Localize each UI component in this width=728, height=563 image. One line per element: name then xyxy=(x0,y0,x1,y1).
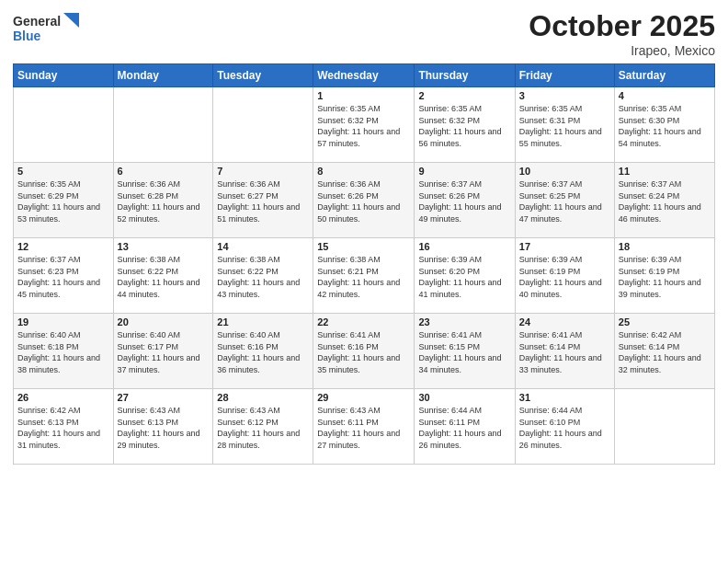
day-cell-5: 3Sunrise: 6:35 AMSunset: 6:31 PMDaylight… xyxy=(515,87,614,163)
sunrise-text: Sunrise: 6:41 AM xyxy=(519,329,610,341)
sunrise-text: Sunrise: 6:35 AM xyxy=(619,103,711,115)
day-info: Sunrise: 6:37 AMSunset: 6:24 PMDaylight:… xyxy=(619,178,711,224)
logo-area: General Blue xyxy=(13,9,86,53)
day-number: 9 xyxy=(418,166,510,177)
sunset-text: Sunset: 6:25 PM xyxy=(519,190,610,202)
sunset-text: Sunset: 6:11 PM xyxy=(317,417,410,429)
week-row-1: 1Sunrise: 6:35 AMSunset: 6:32 PMDaylight… xyxy=(14,87,715,163)
day-number: 7 xyxy=(217,166,309,177)
day-number: 27 xyxy=(118,392,210,403)
logo: General Blue xyxy=(13,9,86,53)
day-info: Sunrise: 6:37 AMSunset: 6:25 PMDaylight:… xyxy=(519,178,610,224)
daylight-text: Daylight: 11 hours and 46 minutes. xyxy=(619,201,711,224)
sunrise-text: Sunrise: 6:38 AM xyxy=(317,254,410,266)
day-cell-15: 13Sunrise: 6:38 AMSunset: 6:22 PMDayligh… xyxy=(113,238,213,314)
day-cell-11: 9Sunrise: 6:37 AMSunset: 6:26 PMDaylight… xyxy=(415,163,515,238)
day-cell-34 xyxy=(614,389,714,465)
day-info: Sunrise: 6:44 AMSunset: 6:11 PMDaylight:… xyxy=(418,405,510,451)
daylight-text: Daylight: 11 hours and 50 minutes. xyxy=(317,201,410,224)
day-number: 2 xyxy=(418,90,510,101)
daylight-text: Daylight: 11 hours and 38 minutes. xyxy=(17,352,109,375)
day-cell-30: 28Sunrise: 6:43 AMSunset: 6:12 PMDayligh… xyxy=(213,389,313,465)
sunrise-text: Sunrise: 6:39 AM xyxy=(418,254,510,266)
sunset-text: Sunset: 6:13 PM xyxy=(17,417,109,429)
day-number: 10 xyxy=(519,166,610,177)
day-info: Sunrise: 6:35 AMSunset: 6:30 PMDaylight:… xyxy=(619,103,711,149)
daylight-text: Daylight: 11 hours and 49 minutes. xyxy=(418,201,510,224)
sunrise-text: Sunrise: 6:35 AM xyxy=(317,103,410,115)
sunrise-text: Sunrise: 6:40 AM xyxy=(118,329,210,341)
sunrise-text: Sunrise: 6:40 AM xyxy=(17,329,109,341)
daylight-text: Daylight: 11 hours and 33 minutes. xyxy=(519,352,610,375)
sunrise-text: Sunrise: 6:43 AM xyxy=(217,405,309,417)
sunset-text: Sunset: 6:15 PM xyxy=(418,341,510,353)
day-info: Sunrise: 6:38 AMSunset: 6:21 PMDaylight:… xyxy=(317,254,410,300)
day-cell-28: 26Sunrise: 6:42 AMSunset: 6:13 PMDayligh… xyxy=(14,389,114,465)
day-cell-13: 11Sunrise: 6:37 AMSunset: 6:24 PMDayligh… xyxy=(614,163,714,238)
daylight-text: Daylight: 11 hours and 36 minutes. xyxy=(217,352,309,375)
day-cell-20: 18Sunrise: 6:39 AMSunset: 6:19 PMDayligh… xyxy=(614,238,714,314)
sunrise-text: Sunrise: 6:38 AM xyxy=(118,254,210,266)
sunrise-text: Sunrise: 6:41 AM xyxy=(317,329,410,341)
sunrise-text: Sunrise: 6:39 AM xyxy=(619,254,711,266)
sunset-text: Sunset: 6:21 PM xyxy=(317,266,410,278)
sunrise-text: Sunrise: 6:43 AM xyxy=(317,405,410,417)
day-cell-23: 21Sunrise: 6:40 AMSunset: 6:16 PMDayligh… xyxy=(213,314,313,389)
daylight-text: Daylight: 11 hours and 57 minutes. xyxy=(317,126,410,149)
sunrise-text: Sunrise: 6:38 AM xyxy=(217,254,309,266)
sunrise-text: Sunrise: 6:35 AM xyxy=(17,178,109,190)
day-info: Sunrise: 6:38 AMSunset: 6:22 PMDaylight:… xyxy=(217,254,309,300)
day-cell-9: 7Sunrise: 6:36 AMSunset: 6:27 PMDaylight… xyxy=(213,163,313,238)
sunset-text: Sunset: 6:26 PM xyxy=(418,190,510,202)
daylight-text: Daylight: 11 hours and 27 minutes. xyxy=(317,428,410,451)
daylight-text: Daylight: 11 hours and 29 minutes. xyxy=(118,428,210,451)
header: General Blue October 2025 Irapeo, Mexico xyxy=(13,9,715,58)
col-tuesday: Tuesday xyxy=(213,64,313,87)
day-info: Sunrise: 6:35 AMSunset: 6:32 PMDaylight:… xyxy=(418,103,510,149)
daylight-text: Daylight: 11 hours and 37 minutes. xyxy=(118,352,210,375)
sunset-text: Sunset: 6:17 PM xyxy=(118,341,210,353)
sunrise-text: Sunrise: 6:36 AM xyxy=(118,178,210,190)
daylight-text: Daylight: 11 hours and 42 minutes. xyxy=(317,277,410,300)
sunrise-text: Sunrise: 6:37 AM xyxy=(418,178,510,190)
sunset-text: Sunset: 6:24 PM xyxy=(619,190,711,202)
day-cell-14: 12Sunrise: 6:37 AMSunset: 6:23 PMDayligh… xyxy=(14,238,114,314)
sunrise-text: Sunrise: 6:44 AM xyxy=(418,405,510,417)
sunrise-text: Sunrise: 6:35 AM xyxy=(519,103,610,115)
day-cell-22: 20Sunrise: 6:40 AMSunset: 6:17 PMDayligh… xyxy=(113,314,213,389)
sunrise-text: Sunrise: 6:37 AM xyxy=(619,178,711,190)
calendar-table: Sunday Monday Tuesday Wednesday Thursday… xyxy=(13,63,715,465)
day-info: Sunrise: 6:44 AMSunset: 6:10 PMDaylight:… xyxy=(519,405,610,451)
day-number: 13 xyxy=(118,241,210,252)
day-info: Sunrise: 6:43 AMSunset: 6:12 PMDaylight:… xyxy=(217,405,309,451)
sunrise-text: Sunrise: 6:36 AM xyxy=(217,178,309,190)
sunset-text: Sunset: 6:26 PM xyxy=(317,190,410,202)
day-info: Sunrise: 6:42 AMSunset: 6:13 PMDaylight:… xyxy=(17,405,109,451)
day-info: Sunrise: 6:36 AMSunset: 6:27 PMDaylight:… xyxy=(217,178,309,224)
sunset-text: Sunset: 6:16 PM xyxy=(217,341,309,353)
week-row-5: 26Sunrise: 6:42 AMSunset: 6:13 PMDayligh… xyxy=(14,389,715,465)
day-number: 24 xyxy=(519,316,610,327)
sunset-text: Sunset: 6:20 PM xyxy=(418,266,510,278)
day-number: 18 xyxy=(619,241,711,252)
day-info: Sunrise: 6:35 AMSunset: 6:29 PMDaylight:… xyxy=(17,178,109,224)
daylight-text: Daylight: 11 hours and 39 minutes. xyxy=(619,277,711,300)
sunset-text: Sunset: 6:32 PM xyxy=(317,115,410,127)
sunrise-text: Sunrise: 6:42 AM xyxy=(17,405,109,417)
daylight-text: Daylight: 11 hours and 34 minutes. xyxy=(418,352,510,375)
day-cell-29: 27Sunrise: 6:43 AMSunset: 6:13 PMDayligh… xyxy=(113,389,213,465)
day-info: Sunrise: 6:40 AMSunset: 6:16 PMDaylight:… xyxy=(217,329,309,375)
day-number: 28 xyxy=(217,392,309,403)
sunset-text: Sunset: 6:19 PM xyxy=(519,266,610,278)
day-cell-19: 17Sunrise: 6:39 AMSunset: 6:19 PMDayligh… xyxy=(515,238,614,314)
day-cell-21: 19Sunrise: 6:40 AMSunset: 6:18 PMDayligh… xyxy=(14,314,114,389)
day-info: Sunrise: 6:35 AMSunset: 6:31 PMDaylight:… xyxy=(519,103,610,149)
daylight-text: Daylight: 11 hours and 53 minutes. xyxy=(17,201,109,224)
day-number: 14 xyxy=(217,241,309,252)
day-cell-12: 10Sunrise: 6:37 AMSunset: 6:25 PMDayligh… xyxy=(515,163,614,238)
sunset-text: Sunset: 6:16 PM xyxy=(317,341,410,353)
sunset-text: Sunset: 6:14 PM xyxy=(519,341,610,353)
sunrise-text: Sunrise: 6:37 AM xyxy=(519,178,610,190)
daylight-text: Daylight: 11 hours and 55 minutes. xyxy=(519,126,610,149)
day-number: 29 xyxy=(317,392,410,403)
